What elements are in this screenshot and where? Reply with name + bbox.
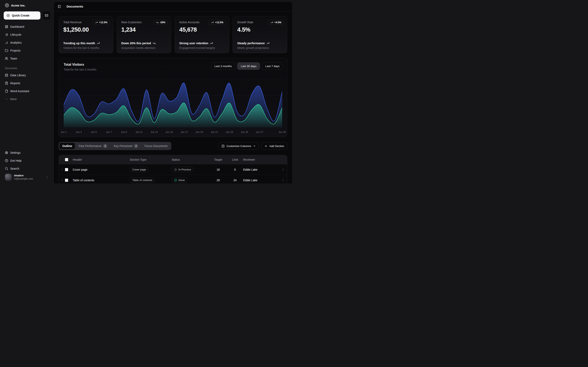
sidebar-section-label: Documents: [3, 67, 50, 70]
mail-icon: [45, 14, 48, 17]
row-header[interactable]: Table of contents: [73, 179, 130, 182]
tab-label: Focus Documents: [145, 144, 168, 148]
select-all-checkbox[interactable]: [65, 158, 68, 161]
sidebar-item-more[interactable]: More: [3, 96, 50, 103]
circle-plus-icon: [7, 14, 10, 17]
row-reviewer[interactable]: Eddie Lake: [243, 179, 279, 182]
row-limit[interactable]: 24: [227, 179, 243, 182]
add-section-button[interactable]: Add Section: [261, 142, 287, 150]
row-target[interactable]: 29: [209, 179, 227, 182]
row-target[interactable]: 18: [209, 168, 227, 171]
columns-icon: [222, 145, 225, 148]
stat-trend-badge: +12.5%: [93, 20, 110, 25]
sidebar-item-data-library[interactable]: Data Library: [3, 72, 50, 79]
trending-up-icon: [95, 21, 98, 24]
circle-arrow-up-icon: [5, 3, 9, 7]
sidebar: Acme Inc. Quick Create DashboardLifecycl…: [0, 0, 53, 184]
list-icon: [5, 33, 8, 36]
sidebar-nav-documents: Data LibraryReportsWord AssistantMore: [3, 72, 50, 103]
col-limit: Limit: [227, 158, 243, 161]
customize-columns-button[interactable]: Customize Columns: [218, 142, 259, 150]
row-menu-button[interactable]: [279, 179, 287, 182]
trending-up-icon: [267, 42, 269, 45]
database-icon: [5, 74, 8, 77]
row-header[interactable]: Cover page: [73, 168, 130, 171]
row-menu-button[interactable]: [279, 168, 287, 171]
tab-label: Key Personnel: [114, 144, 132, 148]
drag-handle-icon[interactable]: [61, 179, 63, 182]
tab-count-badge: 3: [103, 144, 107, 148]
mail-icon: [45, 14, 48, 17]
sidebar-item-word-assistant[interactable]: Word Assistant: [3, 88, 50, 95]
row-limit[interactable]: 5: [227, 168, 243, 171]
sections-table: HeaderSection TypeStatusTargetLimitRevie…: [59, 155, 287, 184]
sidebar-item-label: Get Help: [10, 159, 21, 162]
dashboard-icon: [5, 25, 8, 28]
sidebar-item-label: Team: [10, 57, 17, 60]
total-visitors-card: Total Visitors Total for the last 3 mont…: [59, 58, 287, 137]
tab-key-personnel[interactable]: Key Personnel2: [111, 142, 141, 150]
stat-trend-badge: -20%: [154, 20, 168, 25]
trending-up-icon: [211, 21, 214, 24]
tab-label: Outline: [62, 144, 72, 148]
row-checkbox[interactable]: [65, 179, 68, 182]
drag-handle-icon[interactable]: [61, 168, 63, 171]
sidebar-item-label: Dashboard: [10, 25, 24, 28]
quick-create-button[interactable]: Quick Create: [4, 11, 40, 20]
toolbar-actions: Customize Columns Add Section: [218, 142, 287, 150]
range-button-last-7-days[interactable]: Last 7 days: [262, 62, 283, 70]
plus-icon: [264, 145, 268, 148]
brand[interactable]: Acme Inc.: [3, 3, 50, 7]
tab-outline[interactable]: Outline: [59, 142, 75, 150]
table-toolbar: OutlinePast Performance3Key Personnel2Fo…: [59, 142, 287, 150]
content: Total Revenue+12.5%$1,250.00Trending up …: [54, 11, 292, 184]
user-menu[interactable]: shadcn m@example.com: [3, 172, 50, 184]
sidebar-item-reports[interactable]: Reports: [3, 80, 50, 87]
sidebar-item-search[interactable]: Search: [3, 165, 50, 172]
sidebar-item-lifecycle[interactable]: Lifecycle: [3, 31, 50, 38]
col-header: Header: [73, 158, 130, 161]
topbar-divider: [64, 5, 64, 8]
chevron-down-icon: [253, 145, 256, 147]
ellipsis-vertical-icon[interactable]: [45, 175, 49, 179]
table-body: Cover pageCover pageIn Process185Eddie L…: [59, 164, 287, 184]
users-icon: [5, 57, 8, 60]
stat-footer: Steady performanceMeets growth projectio…: [237, 42, 269, 50]
area-chart[interactable]: [64, 76, 282, 128]
avatar: [5, 174, 12, 181]
inbox-button[interactable]: [43, 11, 50, 20]
sidebar-item-settings[interactable]: Settings: [3, 149, 50, 156]
stat-card-active-accounts: Active Accounts+12.5%45,678Strong user r…: [174, 16, 229, 53]
range-button-last-3-months[interactable]: Last 3 months: [211, 62, 235, 70]
stat-card-growth-rate: Growth Rate+4.5%4.5%Steady performanceMe…: [233, 16, 287, 53]
ellipsis-v-icon: [281, 179, 285, 182]
settings-icon: [5, 151, 8, 154]
area-chart-svg: [64, 76, 282, 128]
sidebar-item-label: Settings: [10, 151, 21, 154]
sidebar-item-label: Reports: [10, 82, 20, 85]
x-tick-label: Jun 25: [241, 131, 248, 133]
row-checkbox[interactable]: [65, 168, 68, 171]
panel-left-icon: [58, 5, 61, 8]
stat-value: 4.5%: [237, 26, 283, 33]
stat-card-new-customers: New Customers-20%1,234Down 20% this peri…: [117, 16, 171, 53]
trending-down-icon: [156, 21, 158, 24]
sidebar-item-label: Data Library: [10, 74, 26, 77]
tab-focus-documents[interactable]: Focus Documents: [141, 142, 171, 150]
sidebar-item-analytics[interactable]: Analytics: [3, 39, 50, 46]
tab-past-performance[interactable]: Past Performance3: [76, 142, 110, 150]
sidebar-item-team[interactable]: Team: [3, 55, 50, 62]
range-button-last-30-days[interactable]: Last 30 days: [237, 62, 260, 70]
sidebar-item-projects[interactable]: Projects: [3, 47, 50, 54]
stat-value: 1,234: [121, 26, 167, 33]
ellipsis-v-icon: [281, 168, 285, 171]
quick-create-row: Quick Create: [3, 11, 50, 20]
trending-up-icon: [97, 42, 100, 45]
sidebar-item-dashboard[interactable]: Dashboard: [3, 23, 50, 30]
sidebar-toggle-button[interactable]: [57, 4, 62, 9]
row-reviewer[interactable]: Eddie Lake: [243, 168, 279, 171]
sidebar-item-get-help[interactable]: Get Help: [3, 157, 50, 164]
add-section-label: Add Section: [269, 145, 284, 148]
x-tick-label: Jun 15: [165, 131, 173, 133]
table-row-table-of-contents: Table of contentsTable of contentsDone29…: [59, 175, 287, 184]
